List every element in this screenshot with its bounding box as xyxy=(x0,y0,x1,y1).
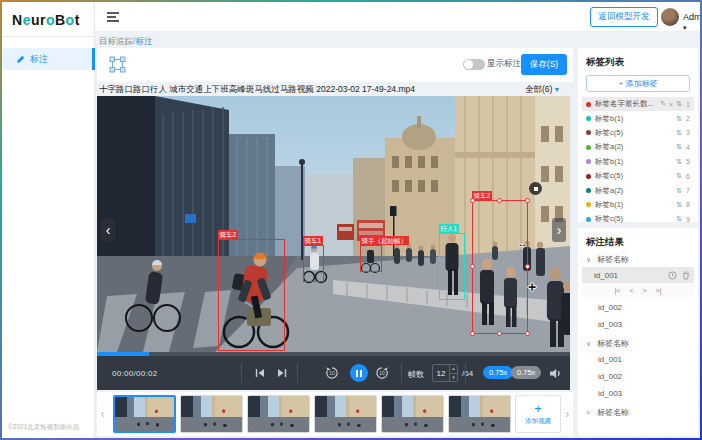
edit-icon[interactable]: ✎ xyxy=(660,100,666,108)
result-item-selected[interactable]: id_001 xyxy=(582,267,694,283)
frame-number-value[interactable]: 12 xyxy=(433,365,449,381)
video-thumbnail[interactable] xyxy=(381,395,444,433)
add-video-button[interactable]: + 添加视频 xyxy=(515,395,562,433)
rect-select-tool-icon[interactable] xyxy=(109,56,126,73)
prev-frame-icon[interactable] xyxy=(255,368,265,378)
tag-list-item[interactable]: 标签c(5) ⇅ 6 xyxy=(582,169,694,183)
tag-list-item[interactable]: 标签b(1) ⇅ 8 xyxy=(582,198,694,212)
svg-text:10: 10 xyxy=(329,370,335,376)
sort-icon[interactable]: ⇅ xyxy=(676,100,682,108)
resize-handle[interactable] xyxy=(470,331,475,336)
box-action-badge[interactable] xyxy=(529,182,542,195)
back-to-model-dev-button[interactable]: 返回模型开发 xyxy=(590,7,658,27)
sort-icon[interactable]: ⇅ xyxy=(676,172,682,180)
next-video-arrow[interactable]: › xyxy=(552,218,566,242)
prev-video-arrow[interactable]: ‹ xyxy=(101,218,115,242)
tag-order: 9 xyxy=(685,216,690,223)
pager-last-icon[interactable]: >| xyxy=(656,287,662,294)
chevron-down-icon: ▾ xyxy=(683,24,687,31)
pause-button[interactable] xyxy=(350,364,368,382)
forward-10-icon[interactable]: 10 xyxy=(375,366,389,380)
resize-cursor: ↔ xyxy=(517,237,528,249)
video-thumbnail[interactable] xyxy=(448,395,511,433)
result-group-header[interactable]: > 标签名称 xyxy=(586,405,690,420)
delete-icon[interactable]: × xyxy=(669,101,673,108)
trash-icon[interactable] xyxy=(682,271,690,280)
pager-first-icon[interactable]: |< xyxy=(615,287,621,294)
video-thumbnail[interactable] xyxy=(180,395,243,433)
tag-list-item[interactable]: 标签b(1) ⇅ 5 xyxy=(582,155,694,169)
filmstrip-prev-arrow[interactable]: ‹ xyxy=(97,407,109,421)
rewind-10-icon[interactable]: 10 xyxy=(325,366,339,380)
tag-list-item[interactable]: 标签b(1) ⇅ 2 xyxy=(582,111,694,125)
next-frame-icon[interactable] xyxy=(277,368,287,378)
pager-prev-icon[interactable]: < xyxy=(629,287,633,294)
annotation-box[interactable]: 骑手（起始帧） xyxy=(360,245,382,272)
menu-collapse-icon[interactable] xyxy=(107,12,119,22)
tag-list-item[interactable]: 标签a(2) ⇅ 4 xyxy=(582,140,694,154)
annotation-box-selected[interactable]: 骑车2 xyxy=(472,200,528,334)
frame-pager: |< < > >| xyxy=(582,284,694,297)
frame-number-input[interactable]: 12 ▲▼ xyxy=(432,364,458,382)
history-icon[interactable] xyxy=(668,271,677,280)
tag-list-item[interactable]: 标签c(5) ⇅ 3 xyxy=(582,126,694,140)
resize-handle[interactable] xyxy=(470,264,475,269)
annotation-box[interactable]: 骑车2 xyxy=(218,239,285,351)
avatar[interactable] xyxy=(661,8,679,26)
speed-pill-active[interactable]: 0.75x xyxy=(483,366,513,379)
resize-handle[interactable] xyxy=(525,198,530,203)
result-item[interactable]: id_003 xyxy=(586,385,690,402)
sort-icon[interactable]: ⇅ xyxy=(676,201,682,209)
video-thumbnail[interactable] xyxy=(314,395,377,433)
tag-order: 5 xyxy=(685,158,690,165)
sort-icon[interactable]: ⇅ xyxy=(676,158,682,166)
resize-handle[interactable] xyxy=(470,198,475,203)
resize-handle[interactable] xyxy=(497,198,502,203)
step-up-icon[interactable]: ▲ xyxy=(450,365,457,374)
add-tag-button[interactable]: + 添加标签 xyxy=(586,75,690,92)
resize-handle[interactable] xyxy=(525,264,530,269)
tag-name: 标签a(2) xyxy=(595,186,673,196)
frame-stepper[interactable]: ▲▼ xyxy=(449,365,457,381)
video-thumbnail[interactable] xyxy=(247,395,310,433)
filmstrip-next-arrow[interactable]: › xyxy=(561,407,573,421)
resize-handle[interactable] xyxy=(497,331,502,336)
tag-list-item[interactable]: 标签名字最长数... ✎ × ⇅ 1 xyxy=(582,97,694,111)
step-down-icon[interactable]: ▼ xyxy=(450,374,457,382)
video-thumbnail-selected[interactable] xyxy=(113,395,176,433)
tag-list-item[interactable]: 标签c(5) ⇅ 9 xyxy=(582,212,694,226)
chevron-down-icon: ▾ xyxy=(555,85,559,94)
tag-order: 1 xyxy=(685,101,690,108)
tag-order: 3 xyxy=(685,129,690,136)
show-annotation-label: 显示标注 xyxy=(487,58,521,70)
result-group-header[interactable]: ∨ 标签名称 xyxy=(586,336,690,351)
annotation-results-panel: 标注结果 ∨ 标签名称 id_001 |< < > >| id_002 id_0… xyxy=(578,228,698,436)
result-item-id: id_001 xyxy=(594,271,618,280)
result-item[interactable]: id_003 xyxy=(586,316,690,333)
tag-color-dot xyxy=(586,159,591,164)
sort-icon[interactable]: ⇅ xyxy=(676,187,682,195)
volume-icon[interactable] xyxy=(549,368,562,379)
tag-list-item[interactable]: 标签a(2) ⇅ 7 xyxy=(582,183,694,197)
result-group-header[interactable]: ∨ 标签名称 xyxy=(586,252,690,267)
result-item[interactable]: id_002 xyxy=(586,299,690,316)
sort-icon[interactable]: ⇅ xyxy=(676,215,682,223)
annotation-box[interactable]: 骑车1 xyxy=(303,245,324,282)
speed-pill[interactable]: 0.75x xyxy=(511,366,541,379)
result-item[interactable]: id_002 xyxy=(586,368,690,385)
save-button[interactable]: 保存(S) xyxy=(521,54,567,75)
user-menu[interactable]: Admin ▾ xyxy=(683,12,700,32)
video-canvas[interactable]: ‹ › 骑车2 骑车1 骑手（起始帧） 行人1 骑车2 ↔ + xyxy=(97,96,570,352)
sort-icon[interactable]: ⇅ xyxy=(676,115,682,123)
pager-next-icon[interactable]: > xyxy=(643,287,647,294)
annotation-box[interactable]: 行人1 xyxy=(439,233,465,300)
frame-count-label: 帧数 xyxy=(408,369,424,380)
resize-handle[interactable] xyxy=(525,331,530,336)
sidebar-item-annotate[interactable]: 标注 xyxy=(2,48,95,70)
show-annotation-toggle[interactable] xyxy=(463,59,485,70)
sort-icon[interactable]: ⇅ xyxy=(676,129,682,137)
filter-dropdown[interactable]: 全部(6) ▾ xyxy=(525,84,559,96)
sort-icon[interactable]: ⇅ xyxy=(676,143,682,151)
result-item[interactable]: id_001 xyxy=(586,351,690,368)
breadcrumb-parent[interactable]: 目标追踪 xyxy=(99,36,133,46)
